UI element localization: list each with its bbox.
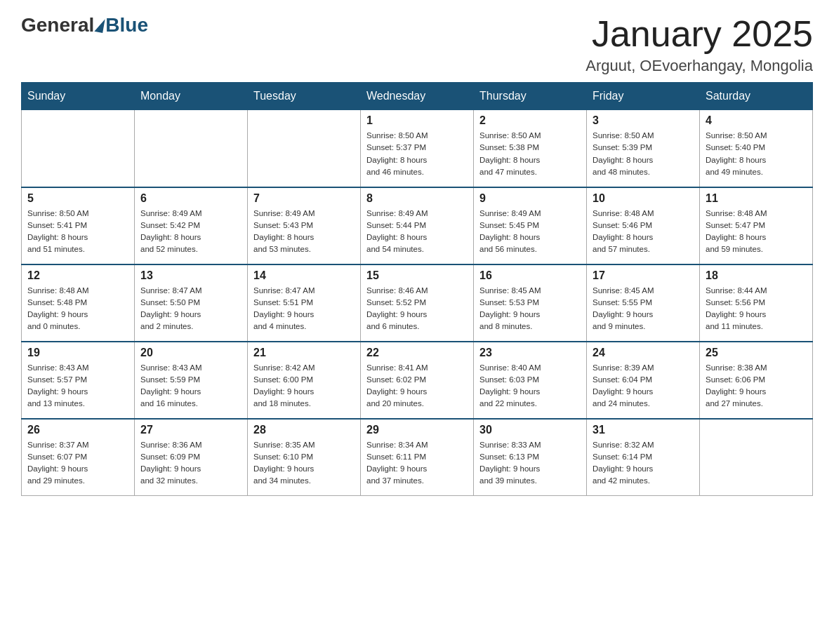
day-info: Sunrise: 8:49 AM Sunset: 5:43 PM Dayligh… [253,208,355,256]
calendar-cell: 2Sunrise: 8:50 AM Sunset: 5:38 PM Daylig… [474,110,587,187]
day-info: Sunrise: 8:34 AM Sunset: 6:11 PM Dayligh… [366,439,468,488]
day-number: 28 [253,424,355,436]
logo-general-text: General [21,14,94,36]
day-info: Sunrise: 8:50 AM Sunset: 5:38 PM Dayligh… [479,130,581,178]
logo: General Blue [21,14,148,36]
day-number: 19 [27,347,128,359]
week-row-4: 19Sunrise: 8:43 AM Sunset: 5:57 PM Dayli… [22,342,813,419]
calendar-cell: 16Sunrise: 8:45 AM Sunset: 5:53 PM Dayli… [474,264,587,342]
calendar-cell [700,419,813,496]
day-info: Sunrise: 8:49 AM Sunset: 5:42 PM Dayligh… [140,208,241,256]
calendar-cell: 3Sunrise: 8:50 AM Sunset: 5:39 PM Daylig… [587,110,700,187]
day-number: 20 [140,347,241,359]
days-header-row: SundayMondayTuesdayWednesdayThursdayFrid… [22,83,813,110]
logo-triangle-icon [95,18,105,33]
calendar-cell: 23Sunrise: 8:40 AM Sunset: 6:03 PM Dayli… [474,342,587,419]
day-header-friday: Friday [587,83,700,110]
day-header-thursday: Thursday [474,83,587,110]
day-number: 30 [479,424,581,436]
day-info: Sunrise: 8:50 AM Sunset: 5:39 PM Dayligh… [593,130,694,178]
day-info: Sunrise: 8:39 AM Sunset: 6:04 PM Dayligh… [593,362,694,410]
day-number: 27 [140,424,241,436]
calendar-cell: 6Sunrise: 8:49 AM Sunset: 5:42 PM Daylig… [135,187,248,264]
day-number: 15 [366,269,468,282]
day-number: 11 [706,192,807,205]
logo-blue-text: Blue [105,14,148,36]
calendar-cell: 5Sunrise: 8:50 AM Sunset: 5:41 PM Daylig… [22,187,135,264]
calendar-cell: 12Sunrise: 8:48 AM Sunset: 5:48 PM Dayli… [22,264,135,342]
calendar-cell: 21Sunrise: 8:42 AM Sunset: 6:00 PM Dayli… [248,342,361,419]
calendar-cell: 8Sunrise: 8:49 AM Sunset: 5:44 PM Daylig… [361,187,474,264]
day-info: Sunrise: 8:50 AM Sunset: 5:37 PM Dayligh… [366,130,468,178]
day-info: Sunrise: 8:40 AM Sunset: 6:03 PM Dayligh… [479,362,581,410]
day-info: Sunrise: 8:43 AM Sunset: 5:57 PM Dayligh… [27,362,128,410]
day-info: Sunrise: 8:42 AM Sunset: 6:00 PM Dayligh… [253,362,355,410]
calendar-cell: 31Sunrise: 8:32 AM Sunset: 6:14 PM Dayli… [587,419,700,496]
day-info: Sunrise: 8:43 AM Sunset: 5:59 PM Dayligh… [140,362,241,410]
calendar-cell [22,110,135,187]
calendar-cell [248,110,361,187]
day-number: 31 [593,424,694,436]
day-number: 17 [593,269,694,282]
day-header-sunday: Sunday [22,83,135,110]
day-header-tuesday: Tuesday [248,83,361,110]
week-row-2: 5Sunrise: 8:50 AM Sunset: 5:41 PM Daylig… [22,187,813,264]
day-number: 25 [706,347,807,359]
day-number: 10 [593,192,694,205]
day-info: Sunrise: 8:37 AM Sunset: 6:07 PM Dayligh… [27,439,128,488]
calendar-cell: 29Sunrise: 8:34 AM Sunset: 6:11 PM Dayli… [361,419,474,496]
calendar-cell: 28Sunrise: 8:35 AM Sunset: 6:10 PM Dayli… [248,419,361,496]
day-number: 29 [366,424,468,436]
calendar-cell: 24Sunrise: 8:39 AM Sunset: 6:04 PM Dayli… [587,342,700,419]
week-row-5: 26Sunrise: 8:37 AM Sunset: 6:07 PM Dayli… [22,419,813,496]
calendar-cell: 18Sunrise: 8:44 AM Sunset: 5:56 PM Dayli… [700,264,813,342]
day-info: Sunrise: 8:38 AM Sunset: 6:06 PM Dayligh… [706,362,807,410]
day-number: 23 [479,347,581,359]
day-info: Sunrise: 8:49 AM Sunset: 5:44 PM Dayligh… [366,208,468,256]
calendar-cell: 25Sunrise: 8:38 AM Sunset: 6:06 PM Dayli… [700,342,813,419]
day-info: Sunrise: 8:36 AM Sunset: 6:09 PM Dayligh… [140,439,241,488]
week-row-1: 1Sunrise: 8:50 AM Sunset: 5:37 PM Daylig… [22,110,813,187]
day-number: 8 [366,192,468,205]
page-header: General Blue January 2025 Arguut, OEvoer… [21,14,813,75]
day-info: Sunrise: 8:41 AM Sunset: 6:02 PM Dayligh… [366,362,468,410]
calendar-cell: 27Sunrise: 8:36 AM Sunset: 6:09 PM Dayli… [135,419,248,496]
day-info: Sunrise: 8:48 AM Sunset: 5:46 PM Dayligh… [593,208,694,256]
calendar-table: SundayMondayTuesdayWednesdayThursdayFrid… [21,82,813,496]
day-number: 22 [366,347,468,359]
calendar-cell: 15Sunrise: 8:46 AM Sunset: 5:52 PM Dayli… [361,264,474,342]
week-row-3: 12Sunrise: 8:48 AM Sunset: 5:48 PM Dayli… [22,264,813,342]
day-number: 5 [27,192,128,205]
day-header-saturday: Saturday [700,83,813,110]
day-info: Sunrise: 8:32 AM Sunset: 6:14 PM Dayligh… [593,439,694,488]
calendar-cell: 22Sunrise: 8:41 AM Sunset: 6:02 PM Dayli… [361,342,474,419]
day-info: Sunrise: 8:45 AM Sunset: 5:55 PM Dayligh… [593,285,694,333]
day-info: Sunrise: 8:44 AM Sunset: 5:56 PM Dayligh… [706,285,807,333]
day-number: 4 [706,114,807,127]
location-title: Arguut, OEvoerhangay, Mongolia [585,57,813,75]
month-title: January 2025 [585,14,813,54]
day-info: Sunrise: 8:35 AM Sunset: 6:10 PM Dayligh… [253,439,355,488]
calendar-cell: 10Sunrise: 8:48 AM Sunset: 5:46 PM Dayli… [587,187,700,264]
calendar-cell: 26Sunrise: 8:37 AM Sunset: 6:07 PM Dayli… [22,419,135,496]
day-info: Sunrise: 8:50 AM Sunset: 5:40 PM Dayligh… [706,130,807,178]
calendar-cell: 17Sunrise: 8:45 AM Sunset: 5:55 PM Dayli… [587,264,700,342]
calendar-cell: 30Sunrise: 8:33 AM Sunset: 6:13 PM Dayli… [474,419,587,496]
day-number: 26 [27,424,128,436]
calendar-cell: 9Sunrise: 8:49 AM Sunset: 5:45 PM Daylig… [474,187,587,264]
day-number: 7 [253,192,355,205]
calendar-cell: 4Sunrise: 8:50 AM Sunset: 5:40 PM Daylig… [700,110,813,187]
day-number: 3 [593,114,694,127]
calendar-cell: 7Sunrise: 8:49 AM Sunset: 5:43 PM Daylig… [248,187,361,264]
day-info: Sunrise: 8:50 AM Sunset: 5:41 PM Dayligh… [27,208,128,256]
day-number: 13 [140,269,241,282]
calendar-cell: 19Sunrise: 8:43 AM Sunset: 5:57 PM Dayli… [22,342,135,419]
day-number: 21 [253,347,355,359]
calendar-cell: 1Sunrise: 8:50 AM Sunset: 5:37 PM Daylig… [361,110,474,187]
day-header-monday: Monday [135,83,248,110]
day-number: 1 [366,114,468,127]
title-section: January 2025 Arguut, OEvoerhangay, Mongo… [585,14,813,75]
day-info: Sunrise: 8:49 AM Sunset: 5:45 PM Dayligh… [479,208,581,256]
day-info: Sunrise: 8:48 AM Sunset: 5:47 PM Dayligh… [706,208,807,256]
calendar-cell: 20Sunrise: 8:43 AM Sunset: 5:59 PM Dayli… [135,342,248,419]
